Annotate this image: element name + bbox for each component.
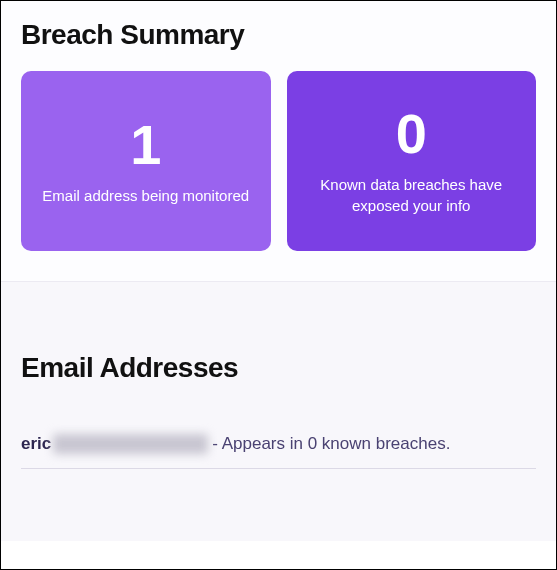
- email-prefix: eric: [21, 434, 51, 454]
- stats-row: 1 Email address being monitored 0 Known …: [21, 71, 536, 251]
- monitored-email-count: 1: [130, 117, 161, 173]
- known-breaches-count: 0: [396, 106, 427, 162]
- email-row: eric - Appears in 0 known breaches.: [21, 434, 536, 469]
- email-breach-status: - Appears in 0 known breaches.: [212, 434, 450, 454]
- breach-summary-title: Breach Summary: [21, 19, 536, 51]
- breach-summary-section: Breach Summary 1 Email address being mon…: [1, 1, 556, 281]
- known-breaches-label: Known data breaches have exposed your in…: [305, 174, 519, 216]
- monitored-email-label: Email address being monitored: [42, 185, 249, 206]
- email-addresses-title: Email Addresses: [21, 352, 536, 384]
- email-addresses-section: Email Addresses eric - Appears in 0 know…: [1, 281, 556, 541]
- email-redacted: [53, 434, 208, 454]
- monitored-email-card: 1 Email address being monitored: [21, 71, 271, 251]
- known-breaches-card: 0 Known data breaches have exposed your …: [287, 71, 537, 251]
